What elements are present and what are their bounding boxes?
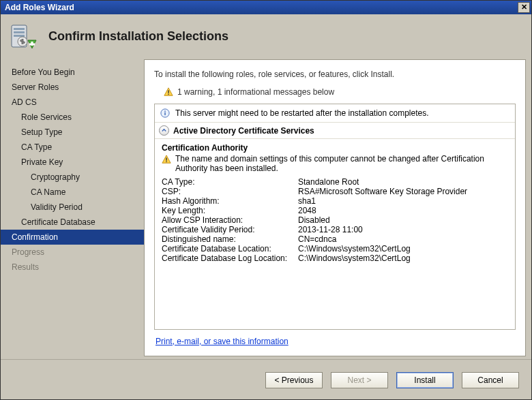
header: Confirm Installation Selections xyxy=(1,14,531,59)
collapse-toggle[interactable] xyxy=(159,125,169,136)
svg-rect-12 xyxy=(164,112,165,115)
kv-val: C:\Windows\system32\CertLog xyxy=(298,253,508,263)
install-button[interactable]: Install xyxy=(396,372,454,388)
nav-results: Results xyxy=(1,260,144,275)
warning-detail-text: The name and domain settings of this com… xyxy=(175,154,508,173)
svg-rect-2 xyxy=(14,31,25,33)
warning-icon xyxy=(162,155,171,164)
kv-row: Hash Algorithm:sha1 xyxy=(162,196,508,206)
action-link-row: Print, e-mail, or save this information xyxy=(154,330,516,350)
nav-setup-type[interactable]: Setup Type xyxy=(1,125,144,140)
info-text: This server might need to be restarted a… xyxy=(175,108,429,118)
panel-body: Certification Authority The name and dom… xyxy=(155,139,515,329)
titlebar: Add Roles Wizard ✕ xyxy=(1,1,531,14)
kv-key: Hash Algorithm: xyxy=(162,196,298,206)
previous-button[interactable]: < Previous xyxy=(265,372,323,388)
cancel-button[interactable]: Cancel xyxy=(462,372,519,388)
kv-row: Allow CSP Interaction:Disabled xyxy=(162,215,508,225)
footer: < Previous Next > Install Cancel xyxy=(1,359,531,399)
svg-rect-9 xyxy=(168,90,168,93)
nav-role-services[interactable]: Role Services xyxy=(1,110,144,125)
section-title: Active Directory Certificate Services xyxy=(173,126,314,136)
kv-val: RSA#Microsoft Software Key Storage Provi… xyxy=(298,187,508,196)
sidebar: Before You Begin Server Roles AD CS Role… xyxy=(1,59,144,356)
summary-line: 1 warning, 1 informational messages belo… xyxy=(164,87,516,97)
info-icon xyxy=(160,108,170,118)
details-panel: This server might need to be restarted a… xyxy=(154,104,516,330)
svg-rect-15 xyxy=(166,161,166,162)
svg-rect-10 xyxy=(168,94,168,95)
section-header: Active Directory Certificate Services xyxy=(155,123,515,139)
server-role-icon xyxy=(9,21,39,51)
kv-row: CA Type:Standalone Root xyxy=(162,177,508,187)
sub-heading: Certification Authority xyxy=(162,143,508,153)
kv-val: Standalone Root xyxy=(298,177,508,187)
kv-key: Certificate Validity Period: xyxy=(162,225,298,234)
kv-val: C:\Windows\system32\CertLog xyxy=(298,244,508,253)
kv-val: 2048 xyxy=(298,206,508,215)
kv-row: Distinguished name:CN=cdnca xyxy=(162,234,508,244)
nav-ca-type[interactable]: CA Type xyxy=(1,140,144,155)
nav-cryptography[interactable]: Cryptography xyxy=(1,170,144,185)
wizard-window: Add Roles Wizard ✕ Confirm Installation … xyxy=(0,0,532,400)
kv-row: CSP:RSA#Microsoft Software Key Storage P… xyxy=(162,187,508,196)
nav-private-key[interactable]: Private Key xyxy=(1,155,144,170)
nav-confirmation[interactable]: Confirmation xyxy=(1,230,144,245)
intro-text: To install the following roles, role ser… xyxy=(154,70,516,79)
page-title: Confirm Installation Selections xyxy=(48,29,228,44)
kv-row: Certificate Database Location:C:\Windows… xyxy=(162,244,508,253)
warning-detail-block: The name and domain settings of this com… xyxy=(162,154,508,173)
nav-progress: Progress xyxy=(1,245,144,260)
print-email-save-link[interactable]: Print, e-mail, or save this information xyxy=(156,337,289,346)
warning-icon xyxy=(164,87,173,97)
kv-key: Certificate Database Log Location: xyxy=(162,253,298,263)
svg-rect-1 xyxy=(14,28,25,30)
window-title: Add Roles Wizard xyxy=(5,3,74,12)
kv-val: Disabled xyxy=(298,215,508,225)
kv-row: Certificate Database Log Location:C:\Win… xyxy=(162,253,508,263)
nav-before-you-begin[interactable]: Before You Begin xyxy=(1,65,144,80)
next-button: Next > xyxy=(331,372,388,388)
svg-rect-13 xyxy=(164,111,165,112)
info-row: This server might need to be restarted a… xyxy=(155,104,515,123)
kv-key: Certificate Database Location: xyxy=(162,244,298,253)
kv-key: Key Length: xyxy=(162,206,298,215)
kv-row: Certificate Validity Period:2013-11-28 1… xyxy=(162,225,508,234)
kv-val: sha1 xyxy=(298,196,508,206)
kv-key: Allow CSP Interaction: xyxy=(162,215,298,225)
nav-ca-name[interactable]: CA Name xyxy=(1,185,144,200)
close-button[interactable]: ✕ xyxy=(518,2,530,13)
kv-key: CSP: xyxy=(162,187,298,196)
svg-rect-8 xyxy=(29,44,35,46)
kv-key: Distinguished name: xyxy=(162,234,298,244)
content-pane: To install the following roles, role ser… xyxy=(144,59,526,356)
chevron-up-icon xyxy=(161,127,167,134)
kv-key: CA Type: xyxy=(162,177,298,187)
nav-ad-cs[interactable]: AD CS xyxy=(1,95,144,110)
kv-val: CN=cdnca xyxy=(298,234,508,244)
nav-validity-period[interactable]: Validity Period xyxy=(1,200,144,215)
nav-server-roles[interactable]: Server Roles xyxy=(1,80,144,95)
summary-text: 1 warning, 1 informational messages belo… xyxy=(177,87,334,97)
svg-rect-14 xyxy=(166,157,166,160)
kv-val: 2013-11-28 11:00 xyxy=(298,225,508,234)
kv-row: Key Length:2048 xyxy=(162,206,508,215)
nav-certificate-database[interactable]: Certificate Database xyxy=(1,215,144,230)
